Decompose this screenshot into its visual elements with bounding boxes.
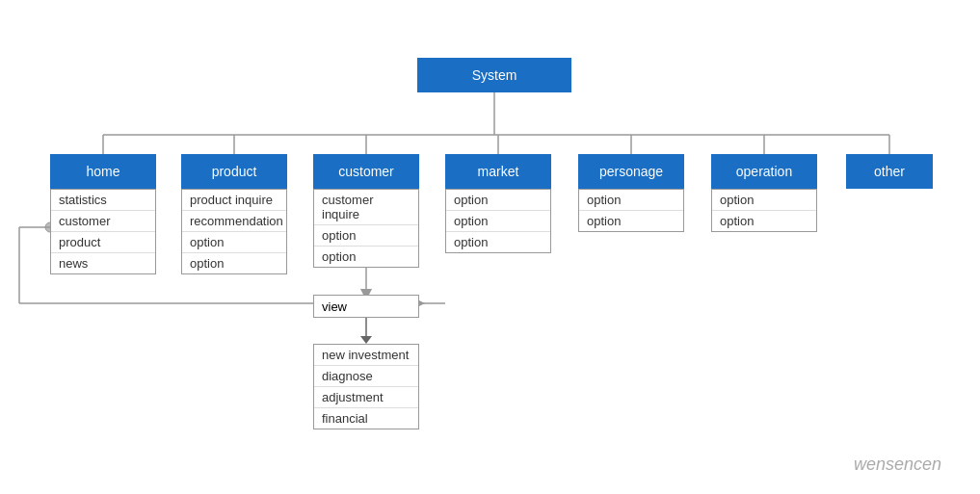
svg-marker-16 [360, 336, 372, 344]
operation-item-2: option [712, 211, 816, 231]
product-items: product inquire recommendation option op… [181, 189, 287, 274]
home-items: statistics customer product news [50, 189, 156, 274]
product-item-2: recommendation [182, 211, 286, 232]
invest-item-4: financial [314, 408, 418, 429]
investment-items: new investment diagnose adjustment finan… [313, 344, 419, 429]
operation-node: operation [711, 154, 817, 189]
invest-item-1: new investment [314, 345, 418, 366]
personage-node: personage [578, 154, 684, 189]
market-item-3: option [446, 232, 550, 252]
home-item-4: news [51, 253, 155, 273]
market-items: option option option [445, 189, 551, 253]
watermark: wensencen [854, 455, 941, 475]
market-item-2: option [446, 211, 550, 232]
customer-node: customer [313, 154, 419, 189]
view-label: view [322, 299, 347, 314]
customer-item-2: option [314, 225, 418, 247]
diagram: System home statistics customer product … [0, 0, 980, 494]
product-item-3: option [182, 232, 286, 253]
customer-items: customer inquire option option [313, 189, 419, 268]
customer-item-3: option [314, 247, 418, 267]
product-item-4: option [182, 253, 286, 273]
personage-item-1: option [579, 190, 683, 211]
home-item-3: product [51, 232, 155, 253]
market-item-1: option [446, 190, 550, 211]
home-item-1: statistics [51, 190, 155, 211]
invest-item-2: diagnose [314, 366, 418, 387]
invest-item-3: adjustment [314, 387, 418, 408]
other-node: other [846, 154, 933, 189]
home-node: home [50, 154, 156, 189]
system-node: System [417, 58, 571, 92]
customer-item-1: customer inquire [314, 190, 418, 225]
operation-items: option option [711, 189, 817, 232]
home-item-2: customer [51, 211, 155, 232]
product-item-1: product inquire [182, 190, 286, 211]
market-node: market [445, 154, 551, 189]
personage-item-2: option [579, 211, 683, 231]
product-node: product [181, 154, 287, 189]
operation-item-1: option [712, 190, 816, 211]
personage-items: option option [578, 189, 684, 232]
view-box: view [313, 295, 419, 318]
